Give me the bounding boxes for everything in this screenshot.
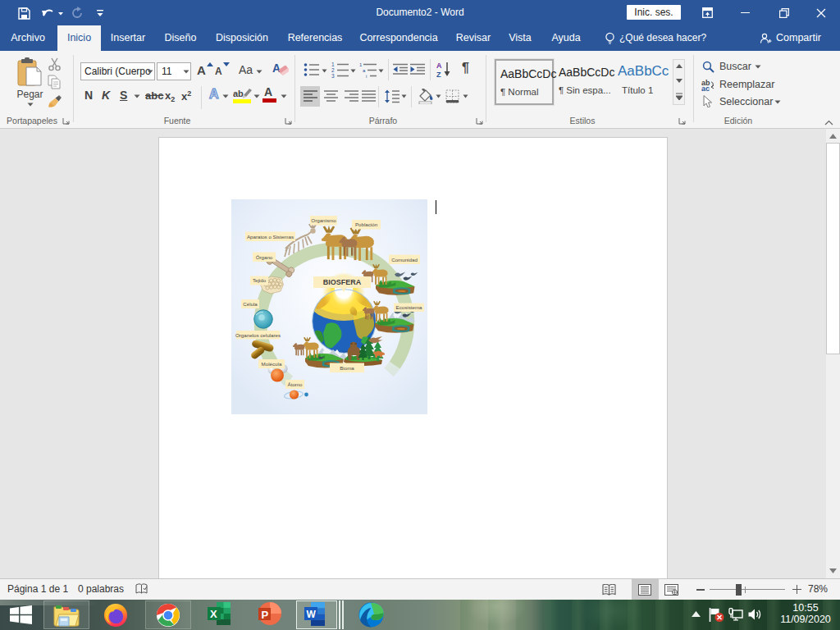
svg-text:Población: Población bbox=[355, 221, 378, 227]
svg-text:1: 1 bbox=[359, 62, 363, 67]
svg-text:BIOSFERA: BIOSFERA bbox=[323, 278, 362, 286]
svg-text:ac: ac bbox=[701, 84, 710, 91]
svg-text:Organismo: Organismo bbox=[311, 217, 336, 223]
svg-text:Comunidad: Comunidad bbox=[391, 257, 418, 262]
svg-text:2: 2 bbox=[331, 67, 335, 73]
svg-text:Bioma: Bioma bbox=[340, 365, 354, 371]
svg-text:A: A bbox=[272, 62, 281, 75]
svg-text:3: 3 bbox=[331, 73, 335, 78]
svg-text:Organelos celulares: Organelos celulares bbox=[235, 332, 281, 338]
svg-text:i: i bbox=[366, 74, 367, 78]
svg-text:Tejido: Tejido bbox=[253, 277, 267, 283]
svg-text:Ecosistema: Ecosistema bbox=[396, 304, 423, 310]
svg-text:P: P bbox=[262, 609, 269, 621]
svg-text:W: W bbox=[307, 609, 317, 620]
svg-text:Aparatos o Sistemas: Aparatos o Sistemas bbox=[247, 234, 294, 240]
svg-text:Z: Z bbox=[436, 71, 441, 78]
svg-text:Célula: Célula bbox=[243, 301, 258, 307]
svg-text:1: 1 bbox=[331, 62, 335, 67]
svg-text:Átomo: Átomo bbox=[288, 381, 303, 387]
svg-text:Órgano: Órgano bbox=[256, 254, 273, 260]
svg-text:A: A bbox=[436, 62, 442, 70]
svg-text:Molécula: Molécula bbox=[262, 361, 282, 367]
svg-text:ab: ab bbox=[233, 89, 244, 98]
svg-text:a: a bbox=[363, 68, 366, 73]
svg-text:X: X bbox=[210, 608, 217, 620]
